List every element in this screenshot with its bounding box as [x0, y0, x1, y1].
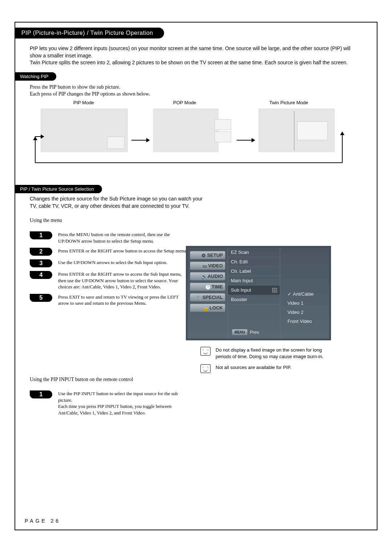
- twin-mode-box: [258, 109, 335, 152]
- twin-divider: [294, 111, 294, 150]
- osd-tabs: ⚙SETUP ▭VIDEO 🔈AUDIO 🕐TIME 🔧SPECIAL 🔒LOC…: [188, 248, 228, 339]
- step-row: 4Press ENTER or the RIGHT arrow to acces…: [30, 271, 189, 290]
- note-text: Do not display a fixed image on the scre…: [216, 347, 335, 360]
- osd-tab-audio: 🔈AUDIO: [190, 272, 225, 280]
- pip-mode-box: [41, 109, 128, 152]
- osd-option: Front Video: [280, 317, 329, 326]
- step-text: Press EXIT to save and return to TV view…: [58, 294, 189, 307]
- steps-area: 1Press the MENU button on the remote con…: [15, 231, 377, 369]
- instr-line-2: Each press of PIP changes the PIP option…: [30, 90, 362, 98]
- speaker-icon: 🔈: [201, 274, 206, 279]
- label-pip-mode: PIP Mode: [73, 100, 94, 105]
- twin-right-inset: [297, 121, 328, 140]
- osd-tab-label: SETUP: [207, 252, 223, 258]
- step-number: 2: [30, 248, 52, 256]
- osd-item: Main Input: [228, 276, 280, 285]
- label-pop-mode: POP Mode: [173, 100, 196, 105]
- osd-item-label: Sub Input: [231, 287, 251, 293]
- osd-tab-label: LOCK: [209, 305, 223, 311]
- using-menu-heading: Using the menu: [15, 218, 377, 227]
- arrow-icon: [41, 134, 44, 139]
- osd-option-label: Ant/Cable: [293, 291, 314, 297]
- osd-tab-label: TIME: [212, 284, 223, 289]
- pop-mode-box: [153, 109, 219, 152]
- osd-menu-prev: MENU Prev.: [232, 329, 260, 335]
- osd-option: ✓Ant/Cable: [280, 289, 329, 299]
- osd-tab-lock: 🔒LOCK: [190, 304, 225, 312]
- step-number: 3: [30, 259, 52, 267]
- wrench-icon: 🔧: [196, 295, 201, 300]
- menu-button-icon: MENU: [232, 329, 248, 335]
- subhead-source-selection: PIP / Twin Picture Source Selection: [15, 185, 102, 193]
- step-text: Use the UP/DOWN arrows to select the Sub…: [58, 259, 189, 267]
- page-number: PAGE 26: [25, 518, 61, 524]
- watching-pip-instructions: Press the PIP button to show the sub pic…: [15, 81, 377, 98]
- osd-tab-label: SPECIAL: [203, 295, 223, 300]
- page-frame: PIP (Picture-in-Picture) / Twin Picture …: [15, 22, 377, 530]
- step-row: 5Press EXIT to save and return to TV vie…: [30, 294, 189, 307]
- using-pip-input-heading: Using the PIP INPUT button on the remote…: [15, 377, 377, 386]
- loop-line: [342, 132, 343, 163]
- step-row: 1 Use the PIP INPUT button to select the…: [30, 390, 189, 416]
- pop-inset-1: [215, 119, 231, 130]
- screen-icon: ▭: [202, 263, 207, 268]
- osd-tab-time: 🕐TIME: [190, 283, 225, 291]
- step-text: Use the PIP INPUT button to select the i…: [58, 390, 189, 416]
- intro-line-2: Twin Picture splits the screen into 2, a…: [30, 59, 362, 66]
- osd-option: Video 2: [280, 308, 329, 317]
- step-row: 1Press the MENU button on the remote con…: [30, 231, 189, 244]
- pip-input-step-area: 1 Use the PIP INPUT button to select the…: [15, 390, 377, 430]
- step-number: 4: [30, 271, 52, 279]
- note-sources: Not all sources are available for PIP.: [200, 364, 335, 373]
- step-number: 5: [30, 294, 52, 302]
- osd-option: Video 1: [280, 299, 329, 308]
- page-title: PIP (Picture-in-Picture) / Twin Picture …: [15, 28, 164, 39]
- osd-tab-setup: ⚙SETUP: [190, 251, 225, 259]
- loop-line: [35, 162, 343, 163]
- osd-item: Booster: [228, 295, 280, 304]
- step-text: Press the MENU button on the remote cont…: [58, 231, 189, 244]
- modes-row: PIP Mode POP Mode Twin Picture Mode: [15, 100, 377, 173]
- osd-options: ✓Ant/Cable Video 1 Video 2 Front Video: [280, 248, 329, 339]
- intro-block: PIP lets you view 2 different inputs (so…: [15, 39, 377, 70]
- pip-inset: [107, 137, 124, 149]
- steps-column: 1 Use the PIP INPUT button to select the…: [30, 390, 189, 420]
- gear-icon: ⚙: [201, 253, 206, 258]
- osd-items: EZ Scan Ch. Edit Ch. Label Main Input Su…: [228, 248, 280, 339]
- label-twin-mode: Twin Picture Mode: [269, 100, 308, 105]
- face-icon: [200, 364, 211, 373]
- subhead-watching-pip: Watching PIP: [15, 72, 56, 81]
- loop-line: [35, 137, 36, 163]
- osd-item: Ch. Edit: [228, 257, 280, 267]
- step-text: Press ENTER or the RIGHT arrow to access…: [58, 271, 189, 290]
- osd-tab-video: ▭VIDEO: [190, 262, 225, 270]
- intro-line-1: PIP lets you view 2 different inputs (so…: [30, 45, 362, 59]
- steps-column: 1Press the MENU button on the remote con…: [30, 231, 189, 310]
- osd-item-selected: Sub InputG: [228, 285, 280, 295]
- osd-tab-special: 🔧SPECIAL: [190, 293, 225, 301]
- check-icon: ✓: [287, 291, 291, 297]
- osd-screenshot: ⚙SETUP ▭VIDEO 🔈AUDIO 🕐TIME 🔧SPECIAL 🔒LOC…: [186, 246, 331, 340]
- osd-item: EZ Scan: [228, 248, 280, 257]
- arrow-icon: [237, 140, 255, 141]
- clock-icon: 🕐: [205, 284, 210, 289]
- note-burn-in: Do not display a fixed image on the scre…: [200, 347, 335, 360]
- g-badge: G: [272, 288, 277, 292]
- step-number: 1: [30, 231, 52, 239]
- note-text: Not all sources are available for PIP.: [216, 364, 291, 373]
- prev-label: Prev.: [250, 330, 260, 335]
- osd-tab-label: AUDIO: [208, 274, 223, 279]
- pop-inset-2: [215, 131, 231, 142]
- source-selection-desc: Changes the picture source for the Sub P…: [15, 193, 226, 210]
- step-row: 3Use the UP/DOWN arrows to select the Su…: [30, 259, 189, 267]
- arrow-icon: [131, 140, 150, 141]
- step-row: 2Press ENTER or the RIGHT arrow button t…: [30, 248, 189, 256]
- lock-icon: 🔒: [203, 305, 208, 311]
- instr-line-1: Press the PIP button to show the sub pic…: [30, 84, 362, 91]
- osd-tab-label: VIDEO: [208, 263, 223, 268]
- osd-item: Ch. Label: [228, 267, 280, 276]
- step-text: Press ENTER or the RIGHT arrow button to…: [58, 248, 189, 256]
- step-number: 1: [30, 390, 52, 398]
- face-icon: [200, 347, 211, 356]
